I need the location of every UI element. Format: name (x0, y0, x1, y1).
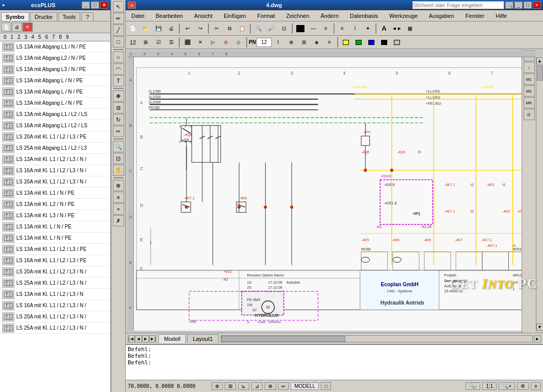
tab-drucke[interactable]: Drucke (30, 12, 57, 21)
list-item[interactable]: LS 13A mit Kl. L1 / N / PE (0, 188, 110, 199)
tab-help[interactable]: ? (81, 12, 93, 21)
tb2-conn[interactable]: ⊗ (285, 37, 297, 48)
paper-toggle[interactable]: □ (321, 382, 331, 390)
command-area[interactable]: Befehl: Befehl: Befehl: (126, 344, 543, 380)
vtool-snap[interactable]: ⊕ (113, 180, 124, 191)
tb-cut[interactable]: ✂ (210, 23, 223, 34)
tb-linetype[interactable]: — (307, 23, 319, 34)
vtool-copy[interactable]: ⧉ (113, 102, 124, 113)
grid-toggle[interactable]: ⊞ (225, 382, 236, 390)
tb-print[interactable]: 🖨 (165, 23, 177, 34)
menu-format[interactable]: Format (253, 11, 278, 20)
list-item[interactable]: LS 13A mit Kl. L / N / PE (0, 221, 110, 233)
tb2-wire[interactable]: ⌇ (272, 37, 285, 48)
model-display[interactable]: MODELL (291, 382, 319, 390)
list-item[interactable]: LS 13A mit Kl. L2 / N / PE (0, 199, 110, 210)
tb-open[interactable]: 📂 (139, 23, 152, 34)
r-icon-m2[interactable]: M2 (524, 85, 535, 97)
tb2-sym[interactable]: ◈ (311, 37, 323, 48)
vtool-layer[interactable]: ≡ (113, 192, 124, 203)
list-item[interactable]: LS 25A mit Kl. L1 / L2 / L3 / N / (0, 278, 110, 289)
menu-aendern[interactable]: Ändern (317, 11, 342, 20)
list-item[interactable]: LS 25A mit Abgang L1 / L2 / L3 (0, 143, 110, 154)
tb2-color1[interactable] (340, 37, 352, 48)
tb2-num2[interactable]: ≡ (323, 37, 336, 48)
zoom-out-status[interactable]: 🔍- (465, 382, 480, 390)
autocad-close-btn[interactable]: ✕ (533, 2, 541, 9)
vtool-zoom-in[interactable]: 🔍 (113, 141, 124, 152)
tb2-list[interactable]: ☰ (165, 37, 177, 48)
ortho-toggle[interactable]: ⊾ (238, 382, 249, 390)
snap-toggle[interactable]: ⊕ (211, 382, 223, 390)
vtool-draw[interactable]: ✏ (113, 13, 124, 24)
ecsp-restore-btn[interactable]: □ (91, 2, 99, 9)
list-item[interactable]: LS 16A mit Kl. L1 / L2 / L3 / N / (0, 165, 110, 176)
tb-undo[interactable]: ↩ (181, 23, 194, 34)
vtool-rect[interactable]: □ (113, 36, 124, 48)
tb-zoom-out[interactable]: 🔎 (265, 23, 277, 34)
menu-hilfe[interactable]: Hilfe (492, 11, 510, 20)
autocad-app-icon[interactable]: A (128, 2, 136, 9)
menu-ansicht[interactable]: Ansicht (191, 11, 216, 20)
tb-copy[interactable]: ⧉ (223, 23, 235, 34)
drawing-canvas[interactable]: Ecoplan GmbH CAD - Systeme Revision Datu… (134, 57, 534, 331)
list-item[interactable]: LS 13A mit Kl. L1 / L2 / L3 / PE (0, 244, 110, 255)
tb-text-A[interactable]: A (378, 23, 390, 34)
left-tb-btn1[interactable]: 📄 (1, 22, 11, 32)
scroll-down-btn[interactable]: ▼ (536, 324, 544, 331)
list-item[interactable]: LS 20A mit Kl. L1 / L2 / L3 / N / (0, 311, 110, 322)
r-icon-2[interactable]: ↕ (524, 62, 535, 73)
menu-datenbasis[interactable]: Datenbasis (346, 11, 382, 20)
tb-color-black[interactable] (294, 23, 306, 34)
tab-nav-next[interactable]: ► (142, 335, 149, 342)
list-item[interactable]: LS 13A mit Abgang L3 / N / PE (0, 64, 110, 75)
component-list[interactable]: LS 13A mit Abgang L1 / N / PELS 13A mit … (0, 41, 110, 392)
menu-einfuegen[interactable]: Einfügen (220, 11, 249, 20)
left-tb-btn-x[interactable]: ✕ (22, 22, 33, 32)
tb-zoom-all[interactable]: ⊡ (278, 23, 290, 34)
list-item[interactable]: LS 13A mit Kl. L1 / L2 / L3 / N (0, 289, 110, 300)
ecsp-close-btn[interactable]: ✕ (100, 2, 108, 9)
vtool-rotate[interactable]: ↻ (113, 114, 124, 125)
list-item[interactable]: LS 25A mit Kl. L1 / L2 / L3 / N / (0, 322, 110, 334)
tb2-ecs4[interactable]: ⊘ (220, 37, 232, 48)
list-item[interactable]: LS 13A mit Kl. L / N / PE (0, 233, 110, 244)
ecsp-minimize-btn[interactable]: _ (82, 2, 90, 9)
tb-paste[interactable]: 📋 (236, 23, 248, 34)
scale-display[interactable]: 1:1 (482, 382, 497, 390)
left-tb-btn2[interactable]: 🖨 (12, 22, 22, 32)
tb2-color5[interactable] (391, 37, 403, 48)
list-item[interactable]: LS 13A mit Abgang L1 / N / PE (0, 41, 110, 53)
tb-dim[interactable]: ◄► (391, 23, 403, 34)
vtool-pan[interactable]: ✋ (113, 165, 124, 176)
list-item[interactable]: LS 13A mit Abgang L / N / PE (0, 98, 110, 109)
tb-layer[interactable]: ≡ (336, 23, 348, 34)
list-item[interactable]: LS 20A mit Kl. L1 / L2 / L3 / N / (0, 266, 110, 278)
tab-layout1[interactable]: Layout1 (187, 334, 218, 343)
tab-scroll-thumb[interactable] (221, 336, 346, 342)
tb-new[interactable]: 📄 (127, 23, 139, 34)
settings-btn[interactable]: ⚙ (517, 382, 529, 390)
tab-symbo[interactable]: Symbo (1, 12, 29, 21)
autocad-minimize-btn[interactable]: _ (514, 2, 523, 9)
scroll-thumb[interactable] (537, 65, 543, 81)
tb2-num[interactable]: 12 (127, 37, 139, 48)
vtool-zoom-ext[interactable]: ⊡ (113, 153, 124, 164)
tb2-check[interactable]: ☑ (152, 37, 164, 48)
tab-scroll-bar[interactable] (221, 335, 533, 342)
tab-nav-first[interactable]: |◄ (128, 335, 135, 342)
list-item[interactable]: LS 13A mit Abgang L / N / PE (0, 86, 110, 98)
tb2-ecs2[interactable]: ✕ (194, 37, 206, 48)
tb2-ecs5[interactable]: ◇ (232, 37, 245, 48)
menu-ausgaben[interactable]: Ausgaben (426, 11, 458, 20)
tb-match[interactable]: ✦ (362, 23, 374, 34)
layer-status[interactable]: ≡ (531, 382, 541, 390)
vtool-circle[interactable]: ○ (113, 52, 124, 63)
search-btn[interactable]: 🔍 (505, 2, 513, 9)
tb2-ecs3[interactable]: ▷ (207, 37, 219, 48)
vtool-attr[interactable]: ≈ (113, 203, 124, 215)
r-icon-3[interactable]: M1 (524, 74, 535, 85)
list-item[interactable]: LS 13A mit Kl. L3 / N / PE (0, 210, 110, 221)
tb2-color4[interactable] (378, 37, 390, 48)
list-item[interactable]: LS 13A mit Abgang L2 / N / PE (0, 53, 110, 64)
